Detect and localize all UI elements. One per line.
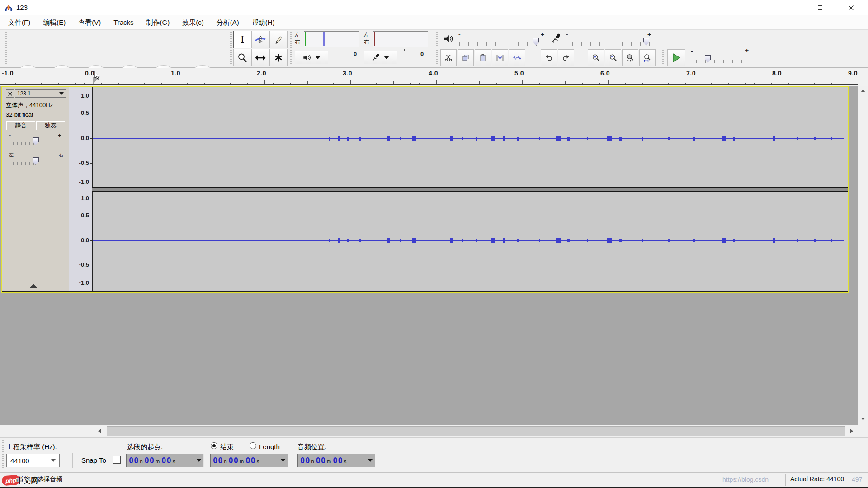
playback-meter-right-label: 右: [295, 38, 300, 46]
dropdown-arrow-icon[interactable]: [281, 459, 285, 462]
scroll-left-button[interactable]: [94, 426, 105, 436]
track-name-dropdown[interactable]: 123 1: [15, 89, 66, 98]
cut-button[interactable]: [440, 49, 457, 66]
scroll-down-icon[interactable]: [861, 418, 865, 420]
zoom-out-button[interactable]: [605, 49, 621, 66]
ruler-time-label: 5.0: [514, 70, 524, 77]
selection-toolbar-grip[interactable]: [2, 440, 5, 468]
project-rate-combobox[interactable]: 44100: [6, 454, 60, 467]
silence-audio-button[interactable]: [509, 49, 525, 66]
paste-icon: [479, 54, 487, 62]
track-name: 123 1: [17, 90, 31, 97]
selection-end-field[interactable]: 00h00m00s: [210, 454, 288, 467]
fit-project-button[interactable]: [639, 49, 656, 66]
multi-tool-button[interactable]: [269, 49, 288, 66]
waveform-blip: [668, 137, 670, 140]
magnifier-icon: [237, 53, 247, 63]
php-watermark-text: 中文网: [16, 476, 38, 486]
menu-item[interactable]: 制作(G): [140, 15, 176, 29]
solo-button[interactable]: 独奏: [36, 121, 65, 130]
length-radio[interactable]: [250, 442, 256, 449]
transport-toolbar-grip[interactable]: [5, 32, 8, 66]
waveform-blip: [517, 137, 519, 141]
play-at-speed-button[interactable]: [667, 49, 685, 66]
draw-tool-button[interactable]: [269, 31, 288, 48]
input-volume-slider[interactable]: [568, 42, 650, 46]
vertical-scale-ruler[interactable]: [69, 87, 92, 291]
selection-start-field[interactable]: 00h00m00s: [126, 454, 204, 467]
pan-right-label: 右: [59, 152, 63, 158]
menu-item[interactable]: 效果(c): [176, 15, 210, 29]
paste-button[interactable]: [475, 49, 491, 66]
track-control-panel: 123 1 立体声，44100Hz 32-bit float 静音 独奏 - +…: [2, 87, 69, 291]
snap-to-checkbox[interactable]: [113, 456, 121, 464]
zoom-to-selection-button[interactable]: [622, 49, 638, 66]
menu-item[interactable]: 帮助(H): [245, 15, 281, 29]
track-collapse-button[interactable]: [30, 284, 37, 288]
actual-rate-text: Actual Rate: 44100: [790, 475, 844, 483]
scale-label: 0.0: [70, 135, 89, 141]
ruler-time-label: 1.0: [171, 70, 180, 77]
menu-item[interactable]: 分析(A): [210, 15, 245, 29]
vertical-scrollbar[interactable]: [858, 86, 868, 425]
scale-label: 1.0: [70, 195, 89, 202]
zoom-tool-button[interactable]: [233, 49, 251, 66]
close-icon: [849, 5, 854, 10]
channel-divider[interactable]: [92, 187, 848, 192]
minimize-button[interactable]: [774, 0, 805, 15]
scroll-up-icon[interactable]: [861, 89, 865, 92]
transcription-toolbar-grip[interactable]: [662, 50, 665, 66]
tools-toolbar-grip[interactable]: [230, 32, 233, 66]
track-format-info: 立体声，44100Hz: [6, 101, 53, 109]
end-radio[interactable]: [211, 442, 217, 449]
selection-tool-button[interactable]: I: [233, 31, 251, 48]
menu-item[interactable]: Tracks: [107, 15, 140, 29]
maximize-button[interactable]: [805, 0, 835, 15]
time-shift-tool-button[interactable]: [251, 49, 269, 66]
meter-divider: [373, 39, 428, 39]
track-close-button[interactable]: [6, 89, 14, 98]
menu-item[interactable]: 编辑(E): [37, 15, 72, 29]
close-button[interactable]: [835, 0, 866, 15]
scale-tick: [90, 265, 92, 265]
dropdown-arrow-icon[interactable]: [368, 459, 373, 462]
waveform-blip: [338, 136, 340, 141]
dropdown-arrow-icon[interactable]: [197, 459, 201, 462]
scroll-right-button[interactable]: [846, 426, 857, 436]
edit-toolbar-grip[interactable]: [436, 50, 439, 66]
toolbar-separator: [294, 453, 294, 468]
envelope-tool-button[interactable]: [251, 31, 269, 48]
playback-meter-dropdown-button[interactable]: [295, 51, 328, 64]
meter-scale-tick: [404, 49, 405, 51]
copy-button[interactable]: [458, 49, 474, 66]
playback-speed-slider[interactable]: [692, 60, 750, 63]
waveform-blip: [387, 136, 390, 141]
time-unit: h: [224, 459, 226, 464]
playback-meter[interactable]: [304, 31, 359, 47]
zoom-in-button[interactable]: [588, 49, 604, 66]
recording-meter-dropdown-button[interactable]: [364, 51, 397, 64]
menu-bar: 文件(F)编辑(E)查看(V)Tracks制作(G)效果(c)分析(A)帮助(H…: [0, 15, 868, 30]
ruler-time-label: 7.0: [686, 70, 696, 77]
scale-tick: [90, 163, 92, 164]
undo-button[interactable]: [541, 49, 557, 66]
redo-button[interactable]: [558, 49, 574, 66]
recording-meter[interactable]: [373, 31, 428, 47]
audio-position-field[interactable]: 00h00m00s: [297, 454, 375, 467]
mute-button[interactable]: 静音: [6, 121, 35, 130]
waveform-blip: [462, 137, 463, 140]
input-volume-plus-label: +: [647, 31, 651, 38]
timeline-ruler[interactable]: -1.00.01.02.03.04.05.06.07.08.09.0: [0, 68, 868, 86]
trim-audio-button[interactable]: [492, 49, 508, 66]
ruler-time-label: -1.0: [2, 70, 14, 77]
scale-label: 0.5: [70, 109, 89, 116]
menu-item[interactable]: 查看(V): [72, 15, 107, 29]
waveform-centerline-left: [93, 138, 844, 139]
playback-speed-minus-label: -: [691, 47, 693, 54]
menu-item[interactable]: 文件(F): [2, 15, 37, 29]
output-volume-slider[interactable]: [459, 42, 543, 46]
meter-toolbar-grip[interactable]: [290, 32, 293, 66]
horizontal-scrollbar-thumb[interactable]: [107, 426, 845, 436]
toolbar-separator: [72, 453, 73, 468]
mixer-toolbar-grip[interactable]: [436, 32, 439, 47]
